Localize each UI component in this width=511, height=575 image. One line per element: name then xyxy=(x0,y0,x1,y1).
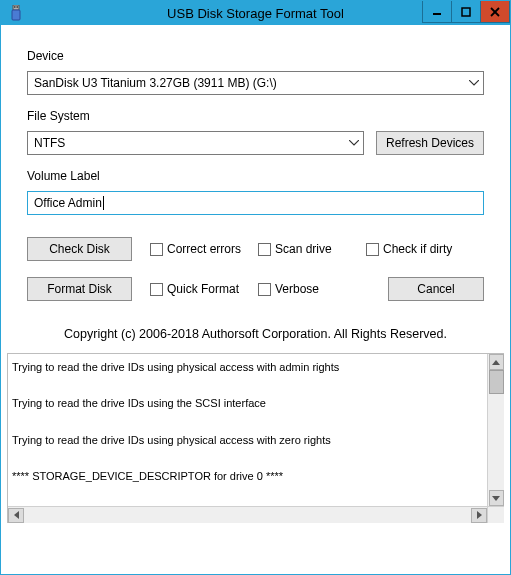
svg-rect-5 xyxy=(462,8,470,16)
format-disk-button[interactable]: Format Disk xyxy=(27,277,132,301)
main-content: Device SanDisk U3 Titanium 3.27GB (3911 … xyxy=(1,25,510,353)
scroll-track[interactable] xyxy=(489,394,504,490)
svg-rect-1 xyxy=(14,6,16,8)
scroll-down-icon[interactable] xyxy=(489,490,504,506)
horizontal-scrollbar[interactable] xyxy=(8,506,487,523)
checkbox-label: Quick Format xyxy=(167,282,239,296)
correct-errors-checkbox[interactable]: Correct errors xyxy=(150,242,258,256)
checkbox-box-icon xyxy=(150,283,163,296)
scan-drive-checkbox[interactable]: Scan drive xyxy=(258,242,366,256)
svg-rect-0 xyxy=(13,5,19,10)
volume-label-input[interactable]: Office Admin xyxy=(27,191,484,215)
checkbox-box-icon xyxy=(258,283,271,296)
log-line: Trying to read the drive IDs using physi… xyxy=(12,433,496,447)
volume-label-value: Office Admin xyxy=(34,196,102,210)
window-buttons xyxy=(423,1,510,25)
device-selected-value: SanDisk U3 Titanium 3.27GB (3911 MB) (G:… xyxy=(34,76,277,90)
checkbox-label: Check if dirty xyxy=(383,242,452,256)
scroll-right-icon[interactable] xyxy=(471,508,487,523)
device-label: Device xyxy=(27,49,484,63)
log-body[interactable]: Trying to read the drive IDs using physi… xyxy=(8,354,504,523)
cancel-button[interactable]: Cancel xyxy=(388,277,484,301)
minimize-button[interactable] xyxy=(422,1,452,23)
copyright-text: Copyright (c) 2006-2018 Authorsoft Corpo… xyxy=(27,327,484,341)
checkbox-box-icon xyxy=(258,243,271,256)
volume-label-label: Volume Label xyxy=(27,169,484,183)
checkbox-box-icon xyxy=(150,243,163,256)
window-title: USB Disk Storage Format Tool xyxy=(167,6,344,21)
scroll-corner xyxy=(487,506,504,523)
check-disk-button[interactable]: Check Disk xyxy=(27,237,132,261)
file-system-selected-value: NTFS xyxy=(34,136,65,150)
chevron-down-icon xyxy=(469,80,479,86)
usb-disk-icon xyxy=(7,4,25,22)
quick-format-checkbox[interactable]: Quick Format xyxy=(150,282,258,296)
file-system-select[interactable]: NTFS xyxy=(27,131,364,155)
checkbox-label: Scan drive xyxy=(275,242,332,256)
scroll-track[interactable] xyxy=(24,508,471,523)
scroll-thumb[interactable] xyxy=(489,370,504,394)
log-line: Trying to read the drive IDs using physi… xyxy=(12,360,496,374)
check-if-dirty-checkbox[interactable]: Check if dirty xyxy=(366,242,452,256)
vertical-scrollbar[interactable] xyxy=(487,354,504,506)
text-cursor xyxy=(103,196,104,210)
app-window: USB Disk Storage Format Tool Device SanD… xyxy=(0,0,511,575)
close-button[interactable] xyxy=(480,1,510,23)
checkbox-label: Verbose xyxy=(275,282,319,296)
scroll-up-icon[interactable] xyxy=(489,354,504,370)
verbose-checkbox[interactable]: Verbose xyxy=(258,282,366,296)
maximize-button[interactable] xyxy=(451,1,481,23)
refresh-devices-button[interactable]: Refresh Devices xyxy=(376,131,484,155)
checkbox-label: Correct errors xyxy=(167,242,241,256)
file-system-label: File System xyxy=(27,109,484,123)
svg-rect-3 xyxy=(12,10,20,20)
checkbox-box-icon xyxy=(366,243,379,256)
svg-rect-2 xyxy=(17,6,19,8)
device-select[interactable]: SanDisk U3 Titanium 3.27GB (3911 MB) (G:… xyxy=(27,71,484,95)
log-area: Trying to read the drive IDs using physi… xyxy=(7,353,504,523)
chevron-down-icon xyxy=(349,140,359,146)
log-line: **** STORAGE_DEVICE_DESCRIPTOR for drive… xyxy=(12,469,496,483)
titlebar: USB Disk Storage Format Tool xyxy=(1,1,510,25)
log-line: Trying to read the drive IDs using the S… xyxy=(12,396,496,410)
scroll-left-icon[interactable] xyxy=(8,508,24,523)
